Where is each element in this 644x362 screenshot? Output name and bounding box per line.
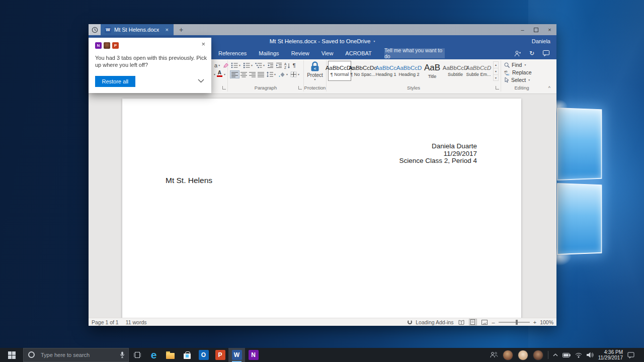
- print-layout-button[interactable]: [469, 319, 477, 325]
- restore-all-button[interactable]: Restore all: [95, 76, 135, 87]
- show-formatting-icon[interactable]: ¶: [292, 61, 297, 69]
- maximize-button[interactable]: [529, 24, 543, 35]
- taskbar-search[interactable]: [23, 348, 129, 362]
- share-contact-icon[interactable]: [514, 50, 521, 57]
- read-mode-button[interactable]: [457, 319, 465, 325]
- clock-time: 4:36 PM: [598, 349, 623, 355]
- taskbar-store[interactable]: [179, 348, 195, 362]
- wifi-icon[interactable]: [575, 352, 582, 358]
- hidden-icons-chevron-icon[interactable]: [553, 353, 558, 356]
- styles-scroll-down-icon[interactable]: ▼: [493, 68, 499, 74]
- styles-dialog-launcher[interactable]: [496, 86, 499, 89]
- taskbar-word[interactable]: W: [228, 348, 245, 362]
- search-input[interactable]: [23, 348, 129, 362]
- taskbar-outlook[interactable]: O: [195, 348, 212, 362]
- increase-indent-icon[interactable]: [275, 61, 283, 69]
- contact-avatar-1[interactable]: [503, 350, 513, 360]
- contact-avatar-3[interactable]: [533, 350, 543, 360]
- replace-button[interactable]: abac Replace: [504, 69, 532, 75]
- tab-view[interactable]: View: [315, 47, 340, 59]
- tab-references[interactable]: References: [212, 47, 253, 59]
- sort-icon[interactable]: AZ: [283, 61, 292, 69]
- select-button[interactable]: Select ▼: [504, 77, 530, 83]
- align-center-icon[interactable]: [239, 70, 248, 78]
- popup-close-icon[interactable]: ×: [201, 40, 205, 48]
- zoom-in-button[interactable]: +: [533, 319, 536, 325]
- paragraph-dialog-launcher[interactable]: [298, 86, 302, 89]
- tell-me-box[interactable]: Tell me what you want to do: [384, 48, 445, 58]
- style-normal[interactable]: AaBbCcDc¶ Normal: [328, 61, 351, 81]
- justify-icon[interactable]: [257, 70, 265, 78]
- font-color-button[interactable]: A: [216, 70, 223, 78]
- zoom-slider-thumb[interactable]: [516, 320, 518, 325]
- style-heading1[interactable]: AaBbCcHeading 1: [374, 61, 397, 81]
- tab-review[interactable]: Review: [285, 47, 315, 59]
- loading-addins-status: Loading Add-ins: [416, 319, 453, 325]
- taskbar-onenote[interactable]: N: [245, 348, 262, 362]
- style-subtle-emphasis[interactable]: AaBbCcDSubtle Em...: [467, 61, 490, 81]
- popup-message: You had 3 tabs open with this previously…: [95, 54, 207, 68]
- action-center-icon[interactable]: [627, 352, 634, 358]
- web-layout-button[interactable]: [480, 319, 489, 325]
- start-button[interactable]: [0, 348, 23, 362]
- protect-button[interactable]: < Protect ▼: [304, 61, 326, 81]
- byline-name: Daniela Duarte: [399, 143, 477, 150]
- website-icon: [104, 42, 110, 49]
- styles-more-icon[interactable]: ▼: [493, 74, 499, 81]
- timeline-button[interactable]: [89, 24, 101, 35]
- contact-avatar-2[interactable]: [518, 350, 528, 360]
- clock-date: 11/29/2017: [598, 355, 623, 360]
- style-no-spacing[interactable]: AaBbCcDc¶ No Spac...: [351, 61, 374, 81]
- decrease-indent-icon[interactable]: [266, 61, 275, 69]
- cortana-icon: [28, 351, 35, 358]
- style-title[interactable]: AaBTitle: [421, 61, 444, 81]
- style-heading2[interactable]: AaBbCcDHeading 2: [397, 61, 421, 81]
- tab-close-icon[interactable]: ×: [165, 27, 170, 33]
- minimize-button[interactable]: –: [516, 24, 529, 35]
- align-right-icon[interactable]: [248, 70, 257, 78]
- document-tab[interactable]: W Mt St Helens.docx ×: [101, 24, 174, 35]
- document-page[interactable]: Daniela Duarte 11/29/2017 Science Class …: [122, 99, 521, 318]
- microphone-icon[interactable]: [120, 351, 125, 358]
- taskbar-clock[interactable]: 4:36 PM 11/29/2017: [598, 349, 623, 360]
- task-view-button[interactable]: [129, 348, 145, 362]
- volume-icon[interactable]: [587, 352, 594, 358]
- line-spacing-icon[interactable]: ▼: [265, 70, 277, 78]
- comments-icon[interactable]: [543, 50, 549, 56]
- replace-icon: abac: [504, 69, 510, 75]
- numbering-icon[interactable]: ▼: [242, 61, 254, 69]
- font-dialog-launcher[interactable]: [222, 86, 226, 89]
- borders-icon[interactable]: ▼: [289, 70, 301, 78]
- popup-expand-chevron-icon[interactable]: [198, 79, 204, 83]
- people-icon[interactable]: [490, 351, 498, 358]
- zoom-level[interactable]: 100%: [540, 319, 553, 325]
- taskbar-edge[interactable]: e: [145, 348, 162, 362]
- bullets-icon[interactable]: ▼: [230, 61, 242, 69]
- close-button[interactable]: ×: [543, 24, 556, 35]
- taskbar-powerpoint[interactable]: P: [212, 348, 228, 362]
- shading-icon[interactable]: ▼: [277, 70, 289, 78]
- style-subtitle[interactable]: AaBbCcDSubtitle: [444, 61, 467, 81]
- tab-mailings[interactable]: Mailings: [253, 47, 285, 59]
- zoom-slider[interactable]: [499, 322, 530, 323]
- taskbar-file-explorer[interactable]: [162, 348, 179, 362]
- signed-in-user[interactable]: Daniela: [532, 38, 550, 44]
- title-caret-icon[interactable]: ▼: [373, 40, 375, 43]
- multilevel-list-icon[interactable]: ▼: [254, 61, 266, 69]
- collapse-ribbon-icon[interactable]: ^: [548, 85, 550, 90]
- styles-scroll-up-icon[interactable]: ▲: [493, 61, 499, 68]
- find-button[interactable]: Find ▼: [504, 62, 526, 68]
- zoom-out-button[interactable]: –: [492, 319, 495, 325]
- taskbar-apps: e O P W N: [129, 348, 262, 362]
- align-left-icon[interactable]: [230, 70, 239, 78]
- page-count[interactable]: Page 1 of 1: [92, 319, 119, 325]
- font-color-caret[interactable]: ▼: [223, 73, 226, 76]
- battery-icon[interactable]: [562, 353, 571, 357]
- change-case-button[interactable]: a▼: [213, 61, 221, 69]
- new-tab-button[interactable]: +: [174, 24, 189, 35]
- tab-acrobat[interactable]: ACROBAT: [339, 47, 377, 59]
- word-count[interactable]: 11 words: [126, 319, 147, 325]
- activity-history-icon[interactable]: ↻: [529, 50, 534, 56]
- word-taskbar-icon: W: [232, 350, 242, 360]
- status-right: Loading Add-ins – + 100%: [408, 319, 556, 325]
